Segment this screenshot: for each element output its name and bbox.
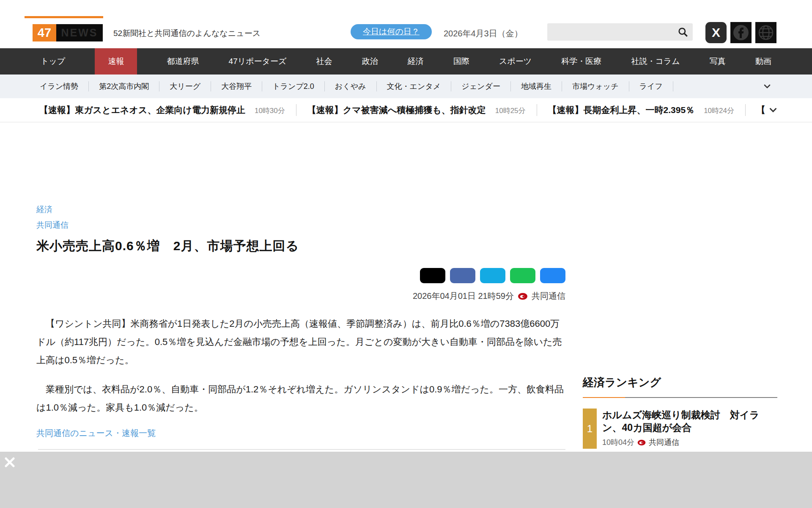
nav-item-sports[interactable]: スポーツ bbox=[499, 48, 532, 75]
topic-mlb[interactable]: 大リーグ bbox=[159, 81, 211, 91]
ticker-time: 10時24分 bbox=[704, 106, 734, 116]
site-logo[interactable]: 47 NEWS bbox=[25, 16, 103, 41]
ranking-item-meta: 10時04分 共同通信 bbox=[602, 437, 777, 447]
article-body: 【ワシントン共同】米商務省が1日発表した2月の小売売上高（速報値、季節調整済み）… bbox=[36, 315, 565, 417]
share-button-line[interactable] bbox=[510, 268, 535, 283]
article-datetime: 2026年04月01日 21時59分 bbox=[413, 290, 514, 302]
nav-item-sokuho[interactable]: 速報 bbox=[95, 48, 137, 75]
nav-item-doga[interactable]: 動画 bbox=[755, 48, 771, 75]
ranking-item-source: 共同通信 bbox=[649, 437, 679, 447]
facebook-icon[interactable] bbox=[730, 22, 752, 43]
ticker-title: 【速報】クマ被害減へ積極捕獲も、指針改定 bbox=[307, 104, 486, 116]
article-meta: 2026年04月01日 21時59分 共同通信 bbox=[36, 290, 565, 302]
globe-icon[interactable] bbox=[755, 22, 776, 43]
article-category-link[interactable]: 経済 bbox=[36, 204, 52, 215]
today-button[interactable]: 今日は何の日？ bbox=[351, 24, 432, 39]
ticker-title: 【 bbox=[757, 104, 765, 116]
search-icon[interactable] bbox=[678, 27, 689, 38]
nav-item-kagaku-iryo[interactable]: 科学・医療 bbox=[561, 48, 601, 75]
ticker-time: 10時30分 bbox=[255, 106, 285, 116]
main-nav: トップ 速報 都道府県 47リポーターズ 社会 政治 経済 国際 スポーツ 科学… bbox=[0, 48, 812, 75]
ticker-item[interactable]: 【速報】東ガスとエネオス、企業向け電力新規停止 10時30分 bbox=[39, 104, 296, 116]
search-box[interactable] bbox=[547, 23, 693, 41]
topic-nav-expand-chevron-down-icon[interactable] bbox=[763, 82, 772, 91]
article-source-link[interactable]: 共同通信 bbox=[36, 220, 69, 231]
topic-bunka-entame[interactable]: 文化・エンタメ bbox=[377, 81, 452, 91]
logo-accent-line bbox=[25, 16, 103, 18]
source-news-list-link[interactable]: 共同通信のニュース・速報一覧 bbox=[36, 428, 156, 439]
ranking-item-time: 10時04分 bbox=[602, 437, 634, 447]
share-button-facebook[interactable] bbox=[450, 268, 475, 283]
x-icon[interactable]: X bbox=[705, 22, 727, 43]
share-buttons bbox=[36, 268, 565, 283]
site-tagline: 52新聞社と共同通信のよんななニュース bbox=[113, 28, 261, 39]
ranking-item-title[interactable]: ホルムズ海峡巡り制裁検討 対イラン、40カ国超が会合 bbox=[602, 409, 777, 434]
article-paragraph: 業種別では、衣料品が2.0％、自動車・同部品が1.2％それぞれ増えた。ガソリンス… bbox=[36, 380, 565, 417]
ranking-title: 経済ランキング bbox=[583, 375, 777, 390]
ranking-divider bbox=[583, 397, 777, 398]
share-button-cyan[interactable] bbox=[480, 268, 505, 283]
article-paragraph: 【ワシントン共同】米商務省が1日発表した2月の小売売上高（速報値、季節調整済み）… bbox=[36, 315, 565, 369]
article: 経済 共同通信 米小売売上高0.6％増 2月、市場予想上回る 2026年04月0… bbox=[36, 204, 565, 439]
nav-item-todofuken[interactable]: 都道府県 bbox=[167, 48, 199, 75]
logo-news-box: NEWS bbox=[56, 24, 103, 41]
nav-item-kokusai[interactable]: 国際 bbox=[453, 48, 469, 75]
logo-47-box: 47 bbox=[33, 24, 56, 41]
share-button-blue[interactable] bbox=[540, 268, 565, 283]
article-headline: 米小売売上高0.6％増 2月、市場予想上回る bbox=[36, 237, 565, 255]
topic-chiiki[interactable]: 地域再生 bbox=[511, 81, 562, 91]
nav-item-shakai[interactable]: 社会 bbox=[316, 48, 332, 75]
page: 47 NEWS 52新聞社と共同通信のよんななニュース 今日は何の日？ 2026… bbox=[0, 0, 812, 508]
topic-trump[interactable]: トランプ2.0 bbox=[262, 81, 325, 91]
ticker-item-truncated[interactable]: 【 bbox=[746, 104, 765, 116]
topic-ohtani[interactable]: 大谷翔平 bbox=[211, 81, 262, 91]
topic-gender[interactable]: ジェンダー bbox=[451, 81, 511, 91]
article-bottom-divider bbox=[38, 449, 565, 450]
site-header: 47 NEWS 52新聞社と共同通信のよんななニュース 今日は何の日？ 2026… bbox=[0, 0, 812, 48]
article-source-label: 共同通信 bbox=[532, 290, 565, 302]
search-input[interactable] bbox=[547, 28, 678, 36]
kyodo-logo-icon bbox=[517, 292, 528, 301]
ad-close-button[interactable] bbox=[4, 457, 16, 468]
ticker-item[interactable]: 【速報】クマ被害減へ積極捕獲も、指針改定 10時25分 bbox=[296, 104, 537, 116]
ticker-item[interactable]: 【速報】長期金利上昇、一時2.395％ 10時24分 bbox=[537, 104, 746, 116]
ticker-title: 【速報】長期金利上昇、一時2.395％ bbox=[548, 104, 695, 116]
rank-badge: 1 bbox=[583, 409, 597, 449]
nav-item-keizai[interactable]: 経済 bbox=[408, 48, 424, 75]
ticker-expand-chevron-down-icon[interactable] bbox=[768, 105, 778, 115]
bottom-ad-overlay bbox=[0, 452, 812, 508]
nav-item-top[interactable]: トップ bbox=[41, 48, 65, 75]
ranking-sidebar: 経済ランキング 1 ホルムズ海峡巡り制裁検討 対イラン、40カ国超が会合 10時… bbox=[583, 375, 777, 449]
topic-nav: イラン情勢 第2次高市内閣 大リーグ 大谷翔平 トランプ2.0 おくやみ 文化・… bbox=[0, 75, 812, 98]
share-button-x[interactable] bbox=[420, 268, 445, 283]
topic-life[interactable]: ライフ bbox=[629, 81, 673, 91]
breaking-news-ticker: 【速報】東ガスとエネオス、企業向け電力新規停止 10時30分 【速報】クマ被害減… bbox=[0, 98, 812, 122]
topic-okuyami[interactable]: おくやみ bbox=[325, 81, 377, 91]
close-icon bbox=[4, 457, 15, 467]
social-links: X bbox=[705, 22, 776, 43]
topic-naikaku[interactable]: 第2次高市内閣 bbox=[89, 81, 159, 91]
ticker-time: 10時25分 bbox=[495, 106, 526, 116]
nav-item-seiji[interactable]: 政治 bbox=[362, 48, 378, 75]
nav-item-47reporters[interactable]: 47リポーターズ bbox=[229, 48, 287, 75]
kyodo-logo-icon bbox=[637, 439, 646, 446]
header-date: 2026年4月3日（金） bbox=[444, 28, 523, 39]
nav-item-shashin[interactable]: 写真 bbox=[710, 48, 726, 75]
ticker-title: 【速報】東ガスとエネオス、企業向け電力新規停止 bbox=[39, 104, 245, 116]
nav-item-shasetsu-column[interactable]: 社説・コラム bbox=[631, 48, 680, 75]
ranking-item[interactable]: 1 ホルムズ海峡巡り制裁検討 対イラン、40カ国超が会合 10時04分 共同通信 bbox=[583, 409, 777, 449]
topic-iran[interactable]: イラン情勢 bbox=[30, 81, 89, 91]
topic-market-watch[interactable]: 市場ウォッチ bbox=[562, 81, 629, 91]
